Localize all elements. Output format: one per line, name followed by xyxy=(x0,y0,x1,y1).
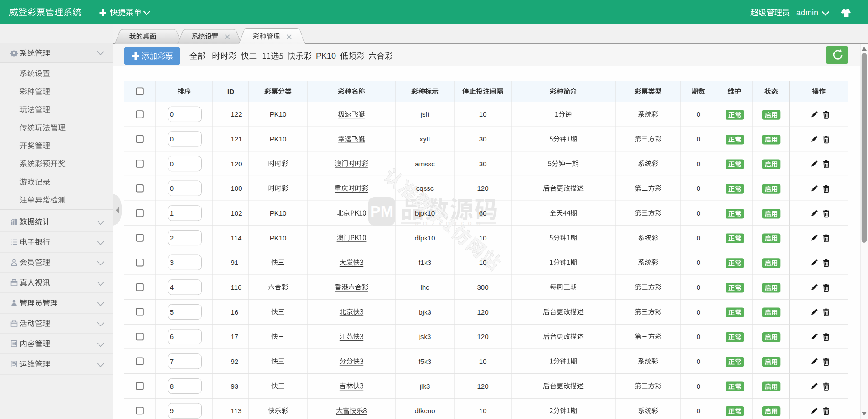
svg-text:ID: ID xyxy=(227,88,234,95)
svg-text:0: 0 xyxy=(697,234,700,242)
svg-text:0: 0 xyxy=(697,209,700,217)
svg-text:0: 0 xyxy=(697,382,700,390)
svg-text:4: 4 xyxy=(170,283,174,291)
svg-text:300: 300 xyxy=(477,283,488,291)
svg-text:91: 91 xyxy=(231,259,239,266)
svg-text:0: 0 xyxy=(697,407,700,414)
svg-text:113: 113 xyxy=(231,407,242,414)
svg-text:120: 120 xyxy=(477,333,488,340)
svg-text:f1k3: f1k3 xyxy=(419,259,431,266)
svg-text:92: 92 xyxy=(231,358,239,365)
svg-text:0: 0 xyxy=(697,184,700,192)
svg-text:jsk3: jsk3 xyxy=(419,333,431,340)
svg-text:PK10: PK10 xyxy=(270,135,287,143)
svg-text:admin: admin xyxy=(796,8,818,17)
svg-text:7: 7 xyxy=(170,358,174,365)
svg-text:10: 10 xyxy=(479,407,487,414)
svg-text:jsft: jsft xyxy=(420,110,429,118)
svg-text:10: 10 xyxy=(479,110,487,118)
svg-text:30: 30 xyxy=(479,135,487,143)
svg-text:f5k3: f5k3 xyxy=(419,358,431,365)
svg-text:102: 102 xyxy=(231,209,242,217)
svg-text:0: 0 xyxy=(697,358,700,365)
svg-text:120: 120 xyxy=(477,184,488,192)
svg-text:PM: PM xyxy=(370,202,393,220)
svg-text:120: 120 xyxy=(231,160,242,168)
svg-text:dfkeno: dfkeno xyxy=(415,407,435,414)
svg-text:122: 122 xyxy=(231,110,242,118)
svg-text:1: 1 xyxy=(170,209,174,217)
svg-text:17: 17 xyxy=(231,333,239,340)
svg-text:PK10: PK10 xyxy=(270,209,287,217)
svg-text:116: 116 xyxy=(231,283,242,291)
svg-text:3: 3 xyxy=(170,259,174,266)
svg-text:30: 30 xyxy=(479,160,487,168)
svg-text:0: 0 xyxy=(697,308,700,316)
svg-text:100: 100 xyxy=(231,184,242,192)
svg-text:60: 60 xyxy=(479,209,487,217)
svg-text:10: 10 xyxy=(479,259,487,266)
svg-text:PK10: PK10 xyxy=(316,52,336,61)
svg-text:16: 16 xyxy=(231,308,239,316)
svg-text:9: 9 xyxy=(170,407,174,414)
svg-text:120: 120 xyxy=(477,382,488,390)
svg-text:0: 0 xyxy=(697,110,700,118)
svg-text:0: 0 xyxy=(697,259,700,266)
svg-text:cqssc: cqssc xyxy=(416,184,434,192)
svg-text:8: 8 xyxy=(170,382,174,390)
svg-text:121: 121 xyxy=(231,135,242,143)
svg-text:lhc: lhc xyxy=(420,283,429,291)
svg-text:0: 0 xyxy=(697,135,700,143)
svg-text:bjpk10: bjpk10 xyxy=(415,209,435,217)
svg-text:114: 114 xyxy=(231,234,242,242)
svg-text:0: 0 xyxy=(170,184,174,192)
svg-text:PK10: PK10 xyxy=(270,234,287,242)
svg-text:10: 10 xyxy=(479,358,487,365)
svg-text:dfpk10: dfpk10 xyxy=(415,234,435,242)
svg-text:93: 93 xyxy=(231,382,239,390)
svg-text:amssc: amssc xyxy=(415,160,435,168)
svg-text:0: 0 xyxy=(170,135,174,143)
svg-text:0: 0 xyxy=(170,160,174,168)
svg-text:2: 2 xyxy=(170,234,174,242)
svg-text:xyft: xyft xyxy=(420,135,430,143)
svg-text:10: 10 xyxy=(479,234,487,242)
svg-text:0: 0 xyxy=(697,283,700,291)
svg-text:6: 6 xyxy=(170,333,174,340)
svg-text:0: 0 xyxy=(170,110,174,118)
svg-text:0: 0 xyxy=(697,160,700,168)
svg-text:jlk3: jlk3 xyxy=(420,382,430,390)
svg-text:0: 0 xyxy=(697,333,700,340)
svg-text:120: 120 xyxy=(477,308,488,316)
svg-text:5: 5 xyxy=(170,308,174,316)
svg-text:bjk3: bjk3 xyxy=(419,308,431,316)
svg-text:PK10: PK10 xyxy=(270,110,287,118)
